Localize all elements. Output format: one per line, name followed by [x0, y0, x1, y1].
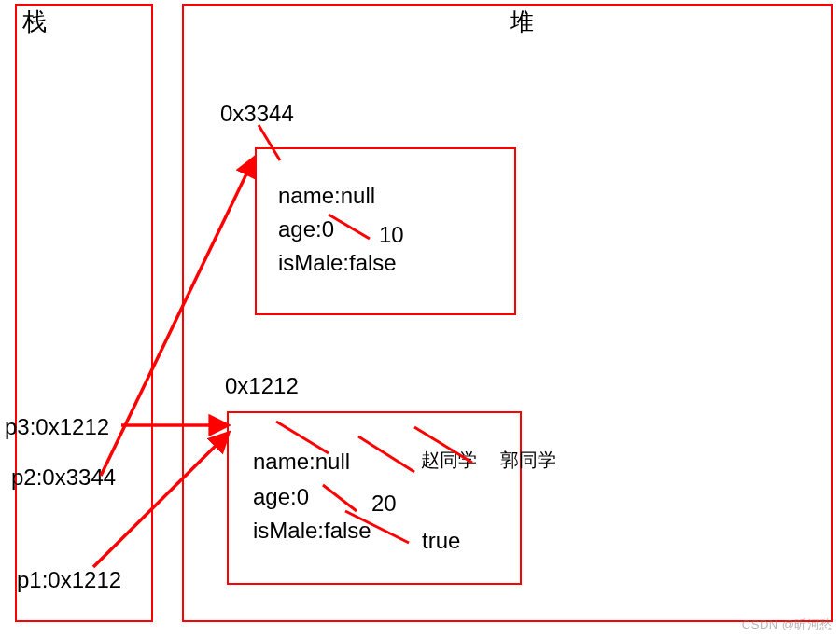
heap-obj2-age: age:0: [253, 484, 309, 510]
heap-obj1-name: name:null: [278, 183, 375, 209]
heap-obj2-age-new: 20: [371, 491, 397, 517]
heap-obj2-name: name:null: [253, 449, 350, 475]
stack-box: [15, 4, 153, 622]
heap-obj2-name-new1: 赵同学: [421, 448, 477, 473]
heap-obj1-ismale: isMale:false: [278, 250, 397, 276]
heap-obj2-addr: 0x1212: [225, 373, 299, 399]
heap-obj1-age: age:0: [278, 216, 334, 242]
heap-obj1-addr: 0x3344: [220, 101, 294, 127]
stack-var-p3: p3:0x1212: [5, 414, 109, 440]
heap-obj2-ismale-new: true: [422, 528, 460, 554]
heap-title: 堆: [510, 6, 534, 38]
watermark: CSDN @昕河愁: [742, 616, 833, 633]
heap-obj2-ismale: isMale:false: [253, 518, 371, 544]
heap-obj1-age-new: 10: [379, 222, 404, 248]
stack-var-p2: p2:0x3344: [11, 464, 116, 491]
stack-title: 栈: [22, 6, 47, 38]
heap-obj2-name-new2: 郭同学: [500, 448, 556, 473]
stack-var-p1: p1:0x1212: [17, 567, 121, 593]
